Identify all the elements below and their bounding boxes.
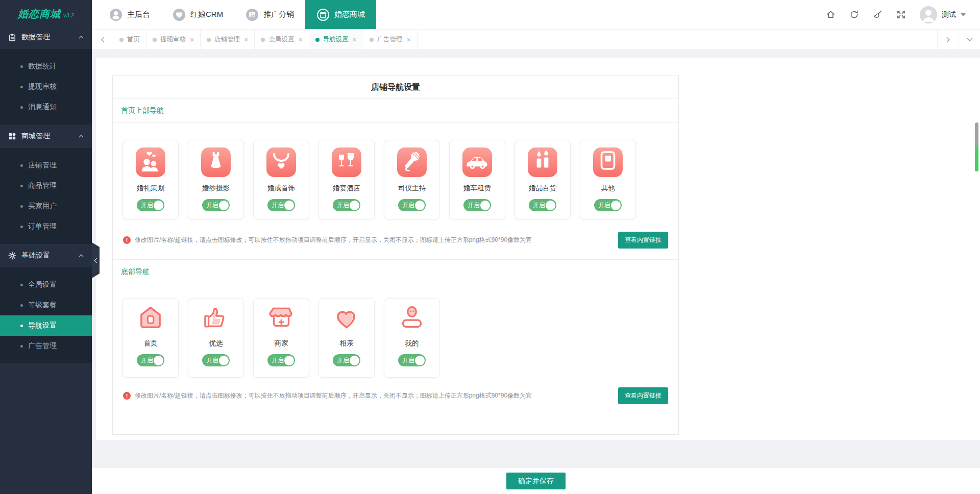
caret-down-icon	[961, 13, 966, 16]
enable-toggle[interactable]: 开启	[529, 199, 556, 211]
nav-item-card[interactable]: 婚车租赁 开启	[449, 140, 505, 219]
enable-toggle[interactable]: 开启	[398, 354, 426, 366]
page-tab[interactable]: 导航设置 ×	[309, 30, 363, 50]
enable-toggle[interactable]: 开启	[333, 199, 360, 211]
top-fullscreen-icon[interactable]	[896, 10, 906, 19]
car-icon[interactable]	[462, 147, 492, 177]
tab-close-icon[interactable]: ×	[298, 36, 302, 44]
tab-status-dot-icon	[207, 38, 211, 42]
tab-menu-button[interactable]	[959, 30, 980, 50]
sidebar-item-label: 订单管理	[28, 222, 57, 231]
top-app-tab[interactable]: 红娘CRM	[161, 0, 234, 29]
enable-toggle[interactable]: 开启	[333, 354, 360, 366]
enable-toggle[interactable]: 开启	[594, 199, 622, 211]
top-app-tab[interactable]: 婚恋商城	[305, 0, 376, 29]
sidebar-group-basic-settings[interactable]: 基础设置	[0, 244, 92, 267]
sidebar-item[interactable]: 消息通知	[0, 97, 92, 117]
necklace-icon[interactable]	[266, 147, 296, 177]
enable-toggle[interactable]: 开启	[202, 199, 230, 211]
heart2-icon[interactable]	[330, 304, 363, 334]
tab-close-icon[interactable]: ×	[407, 36, 411, 44]
toggle-knob	[219, 356, 229, 365]
top-app-tab-label: 红娘CRM	[190, 10, 223, 19]
page-tab[interactable]: 提现审核 ×	[146, 30, 201, 50]
tab-close-icon[interactable]: ×	[353, 36, 357, 44]
sidebar-item[interactable]: 提现审核	[0, 77, 92, 97]
page-tab-label: 店铺管理	[214, 35, 240, 44]
sidebar-item[interactable]: 全局设置	[0, 275, 92, 295]
sidebar-item[interactable]: 订单管理	[0, 216, 92, 237]
nav-item-card[interactable]: 商家 开启	[253, 298, 309, 378]
tabbar-right-controls	[937, 30, 980, 50]
enable-toggle[interactable]: 开启	[463, 199, 491, 211]
top-app-tab[interactable]: 推广分销	[234, 0, 305, 29]
tab-close-icon[interactable]: ×	[190, 36, 194, 44]
scrollbar-thumb[interactable]	[975, 122, 978, 171]
enable-toggle[interactable]: 开启	[137, 199, 164, 211]
nav-item-card[interactable]: 优选 开启	[188, 298, 244, 378]
dress-icon[interactable]	[201, 147, 231, 177]
section-bottom-navigation: 底部导航 首页 开启	[113, 259, 678, 434]
top-app-tab[interactable]: 主后台	[98, 0, 161, 29]
top-clean-icon[interactable]	[873, 10, 883, 19]
save-button[interactable]: 确定并保存	[506, 473, 566, 489]
sidebar-sublist: 全局设置等级套餐导航设置广告管理	[0, 267, 92, 363]
nav-item-card[interactable]: 婚戒首饰 开启	[253, 140, 309, 219]
nav-item-card[interactable]: 相亲 开启	[318, 298, 375, 378]
tab-scroll-right-button[interactable]	[937, 30, 959, 50]
blocks-icon	[8, 132, 16, 140]
tab-close-icon[interactable]: ×	[244, 36, 248, 44]
thumb-icon[interactable]	[200, 304, 232, 334]
nav-item-card[interactable]: 其他 开启	[580, 140, 636, 219]
candles-icon[interactable]	[528, 147, 557, 177]
nav-item-card[interactable]: 婚宴酒店 开启	[318, 140, 375, 219]
page-tab[interactable]: 广告管理 ×	[363, 30, 418, 50]
sidebar-item[interactable]: 店铺管理	[0, 155, 92, 176]
wine-icon[interactable]	[332, 147, 361, 177]
person-icon[interactable]	[396, 304, 428, 334]
tab-scroll-left-button[interactable]	[92, 30, 113, 50]
page-tab-label: 导航设置	[323, 35, 349, 44]
sidebar-item-label: 消息通知	[28, 103, 57, 112]
enable-toggle[interactable]: 开启	[398, 199, 426, 211]
store-icon[interactable]	[265, 304, 298, 334]
user-menu[interactable]: 测试	[920, 6, 966, 23]
nav-item-card[interactable]: 我的 开启	[384, 298, 440, 378]
nav-item-card[interactable]: 婚纱摄影 开启	[188, 140, 244, 219]
bullet-dot-icon	[20, 284, 23, 286]
toggle-label: 开启	[141, 201, 153, 210]
view-links-button[interactable]: 查看内置链接	[618, 232, 668, 249]
nav-item-card[interactable]: 司仪主持 开启	[384, 140, 440, 219]
enable-toggle[interactable]: 开启	[267, 354, 295, 366]
nav-item-card[interactable]: 首页 开启	[122, 298, 179, 378]
sidebar-item[interactable]: 买家用户	[0, 196, 92, 216]
view-links-button[interactable]: 查看内置链接	[618, 387, 668, 404]
sidebar-group-mall-management[interactable]: 商城管理	[0, 125, 92, 148]
sidebar-item[interactable]: 商品管理	[0, 176, 92, 196]
top-home-icon[interactable]	[826, 10, 836, 19]
page-tab[interactable]: 全局设置 ×	[255, 30, 309, 50]
nav-item-card[interactable]: 婚品百货 开启	[514, 140, 571, 219]
sidebar-item[interactable]: 广告管理	[0, 336, 92, 356]
sidebar-collapse-handle[interactable]	[92, 242, 100, 278]
couple-icon[interactable]	[136, 147, 165, 177]
sidebar-group-data: 数据管理 数据统计提现审核消息通知	[0, 26, 92, 125]
bullet-dot-icon	[20, 205, 23, 208]
enable-toggle[interactable]: 开启	[202, 354, 230, 366]
home2-icon[interactable]	[134, 304, 167, 334]
top-refresh-icon[interactable]	[849, 10, 859, 19]
enable-toggle[interactable]: 开启	[267, 199, 295, 211]
page-tab-label: 广告管理	[377, 35, 403, 44]
promo-icon	[246, 8, 259, 21]
nav-item-card[interactable]: 婚礼策划 开启	[122, 140, 179, 219]
enable-toggle[interactable]: 开启	[137, 354, 164, 366]
mic-icon[interactable]	[397, 147, 427, 177]
sidebar-item[interactable]: 导航设置	[0, 315, 92, 336]
book-icon[interactable]	[593, 147, 623, 177]
sidebar-item[interactable]: 数据统计	[0, 56, 92, 77]
page-tab[interactable]: 店铺管理 ×	[201, 30, 255, 50]
sidebar-item[interactable]: 等级套餐	[0, 295, 92, 315]
crm-heart-icon	[173, 8, 186, 21]
page-tab[interactable]: 首页	[113, 30, 146, 50]
sidebar-group-data-management[interactable]: 数据管理	[0, 26, 92, 49]
